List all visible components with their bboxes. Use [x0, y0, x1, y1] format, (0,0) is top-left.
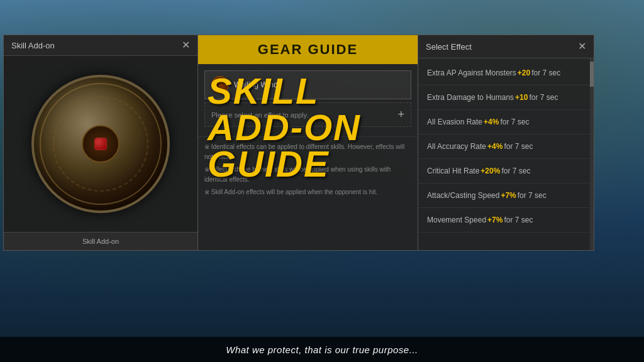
medallion-area [4, 56, 197, 232]
effect-item-6[interactable]: Movement Speed +7% for 7 sec [418, 208, 590, 233]
skill-icon-wailing-wind [211, 76, 229, 94]
effect-panel: Select Effect ✕ Extra AP Against Monster… [418, 35, 594, 251]
effect-highlight: +20 [518, 67, 530, 79]
skill-item-name: Wailing Wind I [234, 80, 282, 89]
effect-item-1[interactable]: Extra Damage to Humans +10 for 7 sec [418, 85, 590, 110]
skill-addon-panel: Skill Add-on ✕ Skill Add-on [3, 35, 198, 251]
effect-panel-header: Select Effect ✕ [418, 35, 594, 58]
effect-suffix: for 7 sec [500, 116, 529, 128]
effect-highlight: +4% [487, 141, 502, 152]
effect-highlight: +20% [480, 165, 500, 177]
skill-notes: ※ Identical effects can be applied to di… [198, 136, 418, 202]
ui-container: Skill Add-on ✕ Skill Add-on GEAR GUIDE S… [3, 35, 594, 251]
gear-guide-banner: GEAR GUIDE [198, 35, 418, 64]
subtitle-text: What we protect, that is our true purpos… [226, 344, 418, 355]
effect-highlight: +7% [487, 214, 502, 226]
effect-highlight: +4% [484, 116, 499, 128]
effect-highlight: +10 [515, 92, 528, 103]
skill-panel-title: Skill Add-on [11, 41, 55, 50]
effect-suffix: for 7 sec [501, 165, 530, 177]
skill-medallion [31, 75, 170, 213]
effect-suffix: for 7 sec [531, 67, 560, 79]
subtitle-bar: What we protect, that is our true purpos… [0, 337, 644, 362]
skill-slot-1[interactable]: Please select an effect to apply. + [204, 102, 411, 127]
effect-prefix: Movement Speed [427, 214, 486, 226]
skill-panel-header: Skill Add-on ✕ [4, 35, 197, 56]
effect-highlight: +7% [501, 190, 516, 201]
skill-slot-1-placeholder: Please select an effect to apply. [211, 111, 308, 119]
effect-prefix: Attack/Casting Speed [427, 190, 499, 201]
skill-panel-footer: Skill Add-on [4, 232, 197, 250]
skill-panel-footer-label: Skill Add-on [82, 238, 119, 245]
effect-item-5[interactable]: Attack/Casting Speed +7% for 7 sec [418, 184, 590, 208]
effect-prefix: Extra AP Against Monsters [427, 67, 516, 79]
effect-panel-title: Select Effect [426, 42, 472, 52]
effect-scrollbar-thumb[interactable] [590, 62, 594, 87]
add-effect-icon[interactable]: + [397, 108, 404, 121]
effect-scrollbar[interactable] [590, 58, 594, 250]
skill-item-wailing-wind[interactable]: Wailing Wind I [204, 70, 411, 99]
effect-item-4[interactable]: Critical Hit Rate +20% for 7 sec [418, 159, 590, 184]
skill-list-area: Wailing Wind I Please select an effect t… [198, 64, 418, 133]
effect-prefix: All Evasion Rate [427, 116, 482, 128]
effect-prefix: Critical Hit Rate [427, 165, 479, 177]
skill-note-2: ※ Effect with the highest stats will be … [204, 165, 411, 185]
gear-panel: GEAR GUIDE SKILL ADD-ON GUIDE Wailing Wi… [198, 35, 418, 251]
effect-item-3[interactable]: All Accuracy Rate +4% for 7 sec [418, 134, 590, 159]
effect-suffix: for 7 sec [504, 141, 533, 152]
skill-panel-close-button[interactable]: ✕ [182, 40, 190, 50]
skill-note-1: ※ Identical effects can be applied to di… [204, 142, 411, 162]
effect-prefix: Extra Damage to Humans [427, 92, 514, 103]
effect-panel-close-button[interactable]: ✕ [578, 41, 586, 52]
medallion-inner [82, 125, 119, 163]
skill-note-3: ※ Skill Add-on effects will be applied w… [204, 187, 411, 197]
effect-suffix: for 7 sec [529, 92, 558, 103]
effect-item-0[interactable]: Extra AP Against Monsters +20 for 7 sec [418, 61, 590, 85]
effect-prefix: All Accuracy Rate [427, 141, 486, 152]
effect-suffix: for 7 sec [518, 190, 547, 201]
effect-item-2[interactable]: All Evasion Rate +4% for 7 sec [418, 110, 590, 134]
medallion-gem [94, 138, 107, 150]
effect-list: Extra AP Against Monsters +20 for 7 secE… [418, 58, 590, 250]
effect-suffix: for 7 sec [504, 214, 533, 226]
